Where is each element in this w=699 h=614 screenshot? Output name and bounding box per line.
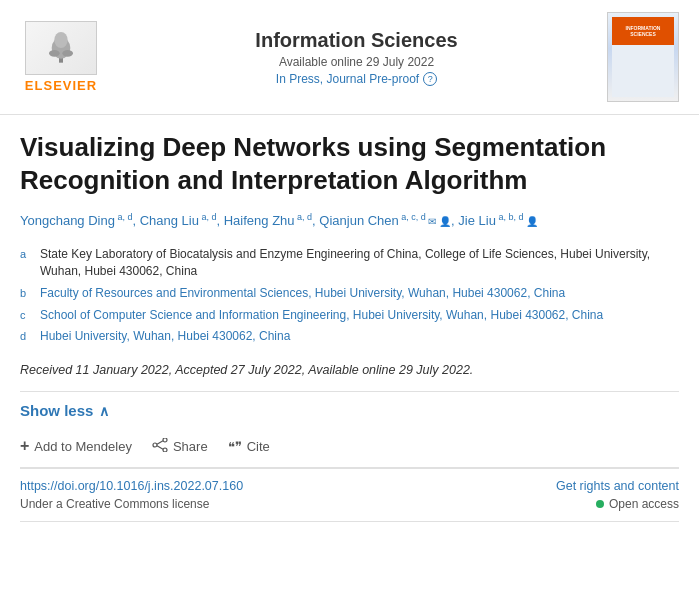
affil-label-b: b — [20, 285, 40, 302]
svg-point-6 — [163, 448, 167, 452]
cover-graphic: INFORMATION SCIENCES — [608, 13, 678, 101]
author-chang[interactable]: Chang Liu — [140, 213, 199, 228]
person-icon-2: 👤 — [526, 216, 538, 227]
footer-links: https://doi.org/10.1016/j.ins.2022.07.16… — [20, 468, 679, 511]
action-bar: + Add to Mendeley Share ❝❞ Cite — [20, 429, 679, 467]
share-label: Share — [173, 439, 208, 454]
dates-line: Received 11 January 2022, Accepted 27 Ju… — [20, 359, 679, 377]
cite-label: Cite — [247, 439, 270, 454]
elsevier-tree-icon — [41, 28, 81, 68]
creative-commons-text: Under a Creative Commons license — [20, 497, 209, 511]
in-press-link[interactable]: In Press, Journal Pre-proof ? — [126, 72, 587, 86]
sup-3: a, d — [295, 212, 313, 222]
rights-link[interactable]: Get rights and content — [556, 479, 679, 493]
elsevier-brand-text: ELSEVIER — [25, 78, 97, 93]
svg-point-5 — [163, 438, 167, 442]
affil-label-a: a — [20, 246, 40, 280]
journal-title: Information Sciences — [126, 29, 587, 52]
affiliation-d: d Hubei University, Wuhan, Hubei 430062,… — [20, 328, 679, 345]
sup-1: a, d — [115, 212, 133, 222]
sup-4: a, c, d — [399, 212, 429, 222]
bottom-border — [20, 521, 679, 522]
svg-point-3 — [62, 50, 73, 57]
share-button[interactable]: Share — [152, 438, 208, 455]
author-jie[interactable]: Jie Liu — [458, 213, 496, 228]
affil-text-d: Hubei University, Wuhan, Hubei 430062, C… — [40, 328, 290, 345]
in-press-label: In Press, Journal Pre-proof — [276, 72, 419, 86]
chevron-up-icon: ∧ — [99, 403, 109, 419]
author-yongchang[interactable]: Yongchang Ding — [20, 213, 115, 228]
affiliation-c: c School of Computer Science and Informa… — [20, 307, 679, 324]
affil-text-b: Faculty of Resources and Environmental S… — [40, 285, 565, 302]
paper-title: Visualizing Deep Networks using Segmenta… — [20, 131, 679, 196]
cite-button[interactable]: ❝❞ Cite — [228, 439, 270, 454]
affil-label-c: c — [20, 307, 40, 324]
sup-5: a, b, d — [496, 212, 526, 222]
journal-info: Information Sciences Available online 29… — [106, 29, 607, 86]
affil-label-d: d — [20, 328, 40, 345]
cover-title-text: INFORMATION SCIENCES — [626, 25, 661, 38]
author-qianjun[interactable]: Qianjun Chen — [319, 213, 399, 228]
journal-cover: INFORMATION SCIENCES — [607, 12, 679, 102]
footer-row-2: Under a Creative Commons license Open ac… — [20, 497, 679, 511]
available-date: Available online 29 July 2022 — [126, 55, 587, 69]
svg-line-9 — [157, 445, 163, 448]
show-less-section: Show less ∧ — [20, 392, 679, 429]
cover-bottom — [612, 45, 674, 97]
svg-line-8 — [157, 440, 163, 443]
green-dot-icon — [596, 500, 604, 508]
doi-link[interactable]: https://doi.org/10.1016/j.ins.2022.07.16… — [20, 479, 243, 493]
affil-text-c: School of Computer Science and Informati… — [40, 307, 603, 324]
svg-point-7 — [153, 443, 157, 447]
show-less-label: Show less — [20, 402, 93, 419]
quote-icon: ❝❞ — [228, 439, 242, 454]
add-to-mendeley-button[interactable]: + Add to Mendeley — [20, 437, 132, 455]
logo-graphic — [26, 22, 96, 74]
elsevier-logo: ELSEVIER — [16, 21, 106, 93]
author-haifeng[interactable]: Haifeng Zhu — [224, 213, 295, 228]
plus-icon: + — [20, 437, 29, 455]
show-less-button[interactable]: Show less ∧ — [20, 402, 109, 419]
main-content: Visualizing Deep Networks using Segmenta… — [0, 115, 699, 538]
person-icon-1: 👤 — [436, 216, 451, 227]
add-mendeley-label: Add to Mendeley — [34, 439, 132, 454]
open-access-badge: Open access — [596, 497, 679, 511]
logo-box — [25, 21, 97, 75]
svg-point-4 — [54, 32, 67, 48]
sup-2: a, d — [199, 212, 217, 222]
affiliation-b: b Faculty of Resources and Environmental… — [20, 285, 679, 302]
svg-point-2 — [49, 50, 60, 57]
open-access-label: Open access — [609, 497, 679, 511]
cover-orange-bar: INFORMATION SCIENCES — [612, 17, 674, 45]
affil-text-a: State Key Laboratory of Biocatalysis and… — [40, 246, 679, 280]
journal-header: ELSEVIER Information Sciences Available … — [0, 0, 699, 115]
affiliations: a State Key Laboratory of Biocatalysis a… — [20, 246, 679, 345]
share-icon — [152, 438, 168, 455]
footer-row-1: https://doi.org/10.1016/j.ins.2022.07.16… — [20, 479, 679, 493]
authors-line: Yongchang Ding a, d, Chang Liu a, d, Hai… — [20, 210, 679, 232]
help-icon[interactable]: ? — [423, 72, 437, 86]
affiliation-a: a State Key Laboratory of Biocatalysis a… — [20, 246, 679, 280]
